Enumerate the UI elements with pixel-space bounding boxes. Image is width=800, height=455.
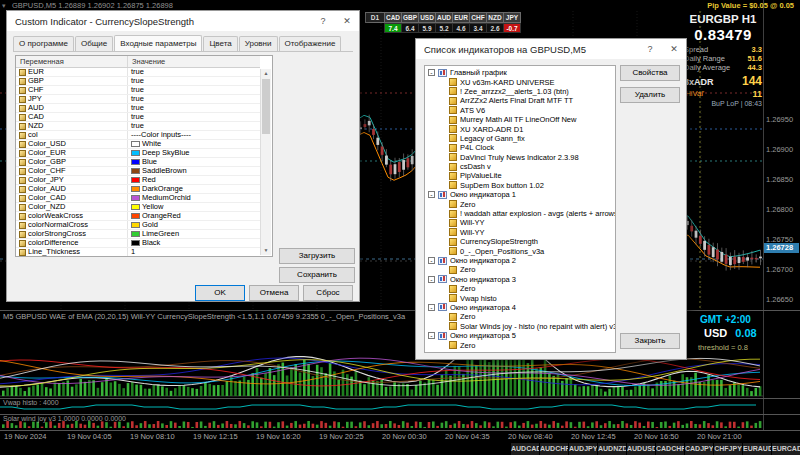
load-button[interactable]: Загрузить <box>279 248 355 264</box>
param-value-cell[interactable]: true <box>128 122 260 130</box>
tree-indicator-row[interactable]: csDash v <box>425 162 615 171</box>
dialog-tab[interactable]: Отображение <box>279 36 342 51</box>
tree-indicator-row[interactable]: Vwap histo <box>425 293 615 302</box>
tree-window-row[interactable]: -Окно индикатора 2 <box>425 256 615 265</box>
window-separator[interactable] <box>0 398 800 399</box>
close-button[interactable]: Закрыть <box>620 333 680 349</box>
pair-button[interactable]: CADCHF <box>655 443 684 455</box>
tree-indicator-row[interactable]: DaVinci Truly News Indicator 2.3.98 <box>425 153 615 162</box>
tree-indicator-row[interactable]: XU v63m-KARD UNIVERSE <box>425 77 615 86</box>
table-scrollbar[interactable]: ▲ ▼ <box>260 69 271 255</box>
param-row[interactable]: colorNormalCrossGold <box>16 221 260 230</box>
tree-indicator-row[interactable]: Solar Winds joy - histo (no repaint with… <box>425 322 615 331</box>
currency-button[interactable]: AUD <box>435 12 453 23</box>
tree-indicator-row[interactable]: Legacy of Gann_fix <box>425 134 615 143</box>
pair-button[interactable]: AUDJPY <box>568 443 597 455</box>
tree-window-row[interactable]: -Окно индикатора 4 <box>425 303 615 312</box>
close-icon[interactable]: ✕ <box>335 11 359 31</box>
tree-indicator-row[interactable]: Zero <box>425 265 615 274</box>
tree-indicator-row[interactable]: P4L Clock <box>425 143 615 152</box>
tree-indicator-row[interactable]: XU XARD-ADR D1 <box>425 124 615 133</box>
reset-button[interactable]: Сброс <box>303 285 353 301</box>
tree-indicator-row[interactable]: PipValueLite <box>425 171 615 180</box>
param-value-cell[interactable]: OrangeRed <box>128 212 260 220</box>
param-row[interactable]: Color_AUDDarkOrange <box>16 185 260 194</box>
collapse-icon[interactable]: - <box>428 69 435 76</box>
collapse-icon[interactable]: - <box>428 191 435 198</box>
param-value-cell[interactable]: Yellow <box>128 203 260 211</box>
param-value-cell[interactable]: 1 <box>128 248 260 256</box>
param-row[interactable]: Color_CHFSaddleBrown <box>16 167 260 176</box>
param-row[interactable]: Color_USDWhite <box>16 140 260 149</box>
tree-indicator-row[interactable]: Will-YY <box>425 218 615 227</box>
dialog-tab[interactable]: Цвета <box>203 36 237 51</box>
param-row[interactable]: col----Color inputs---- <box>16 131 260 140</box>
tree-indicator-row[interactable]: ! waddah attar explosion - avgs (alerts … <box>425 209 615 218</box>
param-value-cell[interactable]: White <box>128 140 260 148</box>
properties-button[interactable]: Свойства <box>620 65 680 81</box>
currency-button[interactable]: USD <box>418 12 436 23</box>
tree-indicator-row[interactable]: ! Zee_arrzzx2__alerts_1.03 (btn) <box>425 87 615 96</box>
scroll-up-icon[interactable]: ▲ <box>261 69 271 78</box>
tree-indicator-row[interactable]: Will-YY <box>425 228 615 237</box>
param-value-cell[interactable]: SaddleBrown <box>128 167 260 175</box>
tree-indicator-row[interactable]: Zero <box>425 284 615 293</box>
param-value-cell[interactable]: true <box>128 113 260 121</box>
param-row[interactable]: Color_CADMediumOrchid <box>16 194 260 203</box>
tree-indicator-row[interactable]: Zero <box>425 199 615 208</box>
scrollbar-thumb[interactable] <box>262 79 270 134</box>
pair-button[interactable]: CADJPY <box>684 443 713 455</box>
help-button[interactable]: ? <box>311 11 335 31</box>
tree-window-row[interactable]: -Окно индикатора 5 <box>425 331 615 340</box>
param-value-cell[interactable]: true <box>128 86 260 94</box>
pair-button[interactable]: EURCAD <box>771 443 800 455</box>
pair-button[interactable]: AUDNZD <box>597 443 626 455</box>
dialog-titlebar[interactable]: Список индикаторов на GBPUSD,M5 ? ✕ <box>416 39 686 59</box>
collapse-icon[interactable]: - <box>428 276 435 283</box>
chevron-down-icon[interactable]: ▾ <box>2 0 6 11</box>
tree-indicator-row[interactable]: SupDem Box button 1.02 <box>425 181 615 190</box>
param-value-cell[interactable]: Blue <box>128 158 260 166</box>
param-value-cell[interactable]: true <box>128 77 260 85</box>
dialog-titlebar[interactable]: Custom Indicator - CurrencySlopeStrength… <box>7 11 359 31</box>
collapse-icon[interactable]: - <box>428 257 435 264</box>
param-value-cell[interactable]: Red <box>128 176 260 184</box>
collapse-icon[interactable]: - <box>428 332 435 339</box>
tree-indicator-row[interactable]: CurrencySlopeStrength <box>425 237 615 246</box>
currency-button[interactable]: CHF <box>469 12 487 23</box>
cancel-button[interactable]: Отмена <box>249 285 299 301</box>
help-button[interactable]: ? <box>638 39 662 59</box>
tree-window-row[interactable]: -Окно индикатора 3 <box>425 275 615 284</box>
param-row[interactable]: Color_GBPBlue <box>16 158 260 167</box>
tree-window-row[interactable]: -Главный график <box>425 68 615 77</box>
tree-indicator-row[interactable]: Zero <box>425 312 615 321</box>
collapse-icon[interactable]: - <box>428 304 435 311</box>
pair-button[interactable]: CHFJPY <box>713 443 742 455</box>
tree-indicator-row[interactable]: ArrZZx2 Alerts Final Draft MTF TT <box>425 96 615 105</box>
column-header-variable[interactable]: Переменная <box>16 56 128 67</box>
param-row[interactable]: AUDtrue <box>16 104 260 113</box>
currency-button[interactable]: CAD <box>384 12 402 23</box>
param-value-cell[interactable]: DarkOrange <box>128 185 260 193</box>
param-value-cell[interactable]: ----Color inputs---- <box>128 131 260 139</box>
param-row[interactable]: JPYtrue <box>16 95 260 104</box>
currency-button[interactable]: NZD <box>486 12 504 23</box>
param-row[interactable]: Color_NZDYellow <box>16 203 260 212</box>
pair-button[interactable]: AUDUSD <box>626 443 655 455</box>
ok-button[interactable]: OK <box>195 285 245 301</box>
save-button[interactable]: Сохранить <box>279 267 355 283</box>
window-separator[interactable] <box>0 414 800 415</box>
param-row[interactable]: GBPtrue <box>16 77 260 86</box>
dialog-tab[interactable]: Входные параметры <box>114 35 202 51</box>
param-value-cell[interactable]: true <box>128 68 260 76</box>
currency-button[interactable]: JPY <box>503 12 521 23</box>
pair-button[interactable]: AUDCAD <box>510 443 539 455</box>
param-row[interactable]: colorStrongCrossLimeGreen <box>16 230 260 239</box>
param-value-cell[interactable]: true <box>128 104 260 112</box>
param-row[interactable]: CADtrue <box>16 113 260 122</box>
param-row[interactable]: colorDifferenceBlack <box>16 239 260 248</box>
param-value-cell[interactable]: LimeGreen <box>128 230 260 238</box>
param-value-cell[interactable]: MediumOrchid <box>128 194 260 202</box>
tree-indicator-row[interactable]: Zero <box>425 340 615 349</box>
param-row[interactable]: CHFtrue <box>16 86 260 95</box>
